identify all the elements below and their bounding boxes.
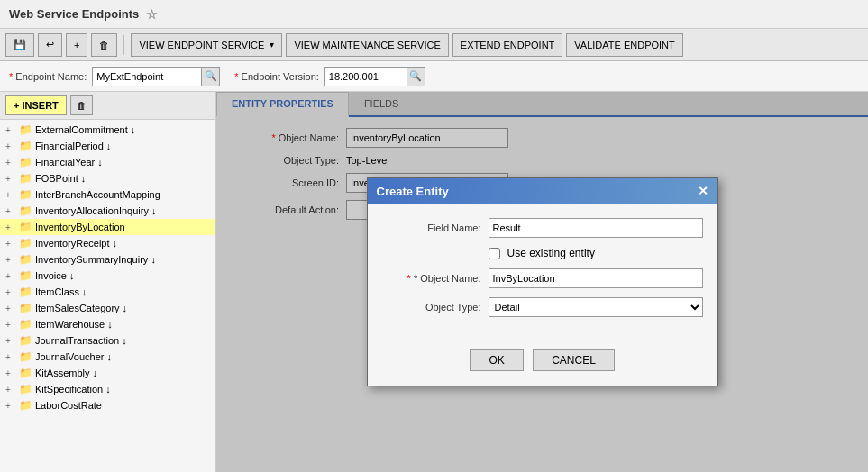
modal-object-name-input[interactable]	[489, 268, 703, 288]
tree-item[interactable]: + 📁 ItemWarehouse ↓	[0, 316, 215, 332]
folder-icon: 📁	[19, 269, 32, 282]
save-icon: 💾	[14, 39, 26, 50]
tree-item[interactable]: + 📁 InventoryByLocation	[0, 219, 215, 235]
endpoint-name-input[interactable]	[93, 68, 201, 86]
ok-button[interactable]: OK	[470, 349, 524, 371]
folder-icon: 📁	[19, 350, 32, 363]
tree-item[interactable]: + 📁 InterBranchAccountMapping	[0, 186, 215, 203]
insert-label: + INSERT	[14, 100, 59, 111]
folder-icon: 📁	[19, 318, 32, 331]
tree-expand-icon: +	[5, 239, 16, 249]
folder-icon: 📁	[19, 188, 32, 201]
tree-expand-icon: +	[5, 125, 16, 135]
modal-title: Create Entity	[377, 185, 449, 198]
field-name-input[interactable]	[489, 218, 703, 238]
modal-footer: OK CANCEL	[368, 340, 717, 386]
tree-item[interactable]: + 📁 ItemClass ↓	[0, 284, 215, 300]
endpoint-version-input[interactable]	[325, 68, 407, 86]
title-text: Web Service Endpoints	[9, 7, 139, 21]
tree-expand-icon: +	[5, 401, 16, 411]
folder-icon: 📁	[19, 302, 32, 314]
view-endpoint-service-button[interactable]: VIEW ENDPOINT SERVICE	[131, 33, 282, 57]
tree-item[interactable]: + 📁 JournalVoucher ↓	[0, 349, 215, 365]
modal-title-bar: Create Entity ✕	[368, 178, 717, 204]
add-button[interactable]: +	[66, 33, 87, 57]
cancel-button[interactable]: CANCEL	[533, 349, 615, 371]
toolbar: 💾 ↩ + 🗑 VIEW ENDPOINT SERVICE VIEW MAINT…	[0, 29, 868, 61]
tree-item[interactable]: + 📁 JournalTransaction ↓	[0, 332, 215, 349]
tree-expand-icon: +	[5, 368, 16, 378]
insert-button[interactable]: + INSERT	[5, 95, 67, 115]
folder-icon: 📁	[19, 123, 32, 136]
tree-expand-icon: +	[5, 385, 16, 395]
main-content: + INSERT 🗑 + 📁 ExternalCommitment ↓ + 📁 …	[0, 92, 868, 472]
tree-item-label: Invoice ↓	[35, 270, 74, 281]
tree-item[interactable]: + 📁 FinancialPeriod ↓	[0, 138, 215, 154]
endpoint-name-group: Endpoint Name: 🔍	[9, 67, 220, 86]
tree-item-label: InventoryAllocationInquiry ↓	[35, 205, 157, 216]
tree-expand-icon: +	[5, 158, 16, 168]
tree-item-label: LaborCostRate	[35, 400, 102, 411]
undo-button[interactable]: ↩	[38, 33, 62, 57]
create-entity-modal: Create Entity ✕ Field Name: Use existing…	[367, 177, 718, 386]
save-button[interactable]: 💾	[5, 33, 34, 57]
delete-tree-icon: 🗑	[77, 100, 87, 111]
folder-icon: 📁	[19, 140, 32, 152]
tree-expand-icon: +	[5, 304, 16, 313]
tree-item[interactable]: + 📁 Invoice ↓	[0, 268, 215, 284]
modal-object-type-label: Object Type:	[382, 302, 481, 313]
endpoint-name-search-icon[interactable]: 🔍	[201, 68, 219, 86]
tree-item[interactable]: + 📁 ExternalCommitment ↓	[0, 122, 215, 138]
tree-item[interactable]: + 📁 LaborCostRate	[0, 397, 215, 413]
view-maintenance-service-button[interactable]: VIEW MAINTENANCE SERVICE	[286, 33, 448, 57]
use-existing-entity-row: Use existing entity	[382, 247, 703, 259]
tree-item[interactable]: + 📁 InventoryReceipt ↓	[0, 235, 215, 251]
tree-item[interactable]: + 📁 KitAssembly ↓	[0, 365, 215, 381]
tree-item[interactable]: + 📁 KitSpecification ↓	[0, 381, 215, 397]
folder-icon: 📁	[19, 367, 32, 379]
tree-item-label: KitSpecification ↓	[35, 384, 111, 395]
tree-expand-icon: +	[5, 320, 16, 330]
delete-toolbar-button[interactable]: 🗑	[91, 33, 117, 57]
tree-item-label: ItemSalesCategory ↓	[35, 303, 127, 313]
modal-object-type-select[interactable]: Detail Top-Level Header Row	[489, 297, 703, 317]
modal-overlay: Create Entity ✕ Field Name: Use existing…	[216, 92, 868, 472]
endpoint-version-field[interactable]: 🔍	[324, 67, 425, 86]
tree-expand-icon: +	[5, 352, 16, 362]
tree-item[interactable]: + 📁 InventoryAllocationInquiry ↓	[0, 203, 215, 219]
tree-item[interactable]: + 📁 FOBPoint ↓	[0, 170, 215, 186]
tree-item-label: ExternalCommitment ↓	[35, 124, 135, 135]
modal-object-type-row: Object Type: Detail Top-Level Header Row	[382, 297, 703, 317]
field-name-row: Field Name:	[382, 218, 703, 238]
endpoint-version-search-icon[interactable]: 🔍	[407, 68, 425, 86]
tree-item-label: JournalTransaction ↓	[35, 335, 127, 346]
extend-endpoint-button[interactable]: EXTEND ENDPOINT	[452, 33, 563, 57]
tree-item-label: InventoryReceipt ↓	[35, 238, 117, 249]
left-panel-toolbar: + INSERT 🗑	[0, 92, 215, 120]
folder-icon: 📁	[19, 204, 32, 217]
tree-item[interactable]: + 📁 InventorySummaryInquiry ↓	[0, 251, 215, 268]
endpoint-name-field[interactable]: 🔍	[92, 67, 220, 86]
tree-item[interactable]: + 📁 FinancialYear ↓	[0, 154, 215, 170]
use-existing-entity-checkbox[interactable]	[489, 248, 500, 259]
tree-item-label: ItemClass ↓	[35, 286, 87, 297]
right-panel: ENTITY PROPERTIES FIELDS Object Name: Ob…	[216, 92, 868, 472]
favorite-star[interactable]: ☆	[146, 7, 158, 22]
tree-expand-icon: +	[5, 190, 16, 200]
validate-endpoint-button[interactable]: VALIDATE ENDPOINT	[566, 33, 682, 57]
tree-list: + 📁 ExternalCommitment ↓ + 📁 FinancialPe…	[0, 120, 215, 469]
delete-tree-button[interactable]: 🗑	[70, 95, 93, 115]
add-icon: +	[74, 40, 79, 50]
tree-expand-icon: +	[5, 271, 16, 281]
tree-expand-icon: +	[5, 336, 16, 346]
modal-object-name-label: * Object Name:	[382, 273, 481, 284]
tree-expand-icon: +	[5, 222, 16, 232]
tree-item-label: InventorySummaryInquiry ↓	[35, 254, 156, 265]
modal-close-button[interactable]: ✕	[698, 184, 708, 198]
tree-item-label: FOBPoint ↓	[35, 173, 86, 184]
tree-expand-icon: +	[5, 287, 16, 297]
tree-item-label: FinancialYear ↓	[35, 157, 103, 168]
tree-item[interactable]: + 📁 ItemSalesCategory ↓	[0, 300, 215, 316]
folder-icon: 📁	[19, 237, 32, 250]
tree-item-label: ItemWarehouse ↓	[35, 319, 113, 330]
